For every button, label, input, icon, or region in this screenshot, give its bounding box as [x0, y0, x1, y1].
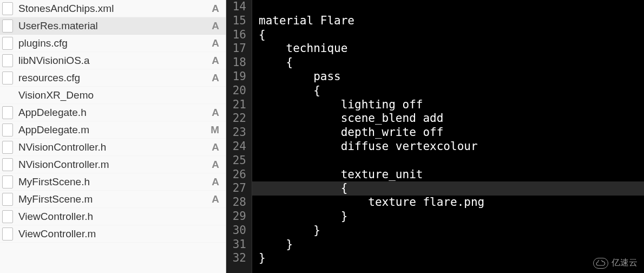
file-row[interactable]: ViewController.m — [0, 225, 226, 243]
file-icon — [2, 176, 13, 188]
file-row[interactable]: NVisionController.mA — [0, 156, 226, 173]
file-name: AppDelegate.h — [18, 107, 209, 119]
file-icon — [2, 20, 13, 32]
line-number: 22 — [229, 112, 246, 126]
file-row[interactable]: plugins.cfgA — [0, 35, 226, 52]
code-line[interactable]: } — [259, 210, 644, 224]
line-number: 21 — [229, 98, 246, 112]
line-number: 26 — [229, 168, 246, 182]
file-row[interactable]: AppDelegate.mM — [0, 121, 226, 139]
file-navigator: StonesAndChips.xmlAUserRes.materialAplug… — [0, 0, 226, 273]
file-status: A — [209, 159, 219, 171]
file-name: StonesAndChips.xml — [18, 3, 209, 15]
watermark: 亿速云 — [593, 257, 638, 269]
file-row[interactable]: ViewController.h — [0, 208, 226, 225]
file-name: resources.cfg — [18, 72, 209, 84]
file-status: A — [209, 107, 219, 119]
code-line[interactable]: } — [259, 251, 644, 265]
file-name: ViewController.m — [18, 228, 209, 240]
line-number: 14 — [229, 0, 246, 14]
file-status: A — [209, 141, 219, 153]
file-name: MyFirstScene.h — [18, 176, 209, 188]
file-row[interactable]: MyFirstScene.hA — [0, 173, 226, 191]
file-status: A — [209, 3, 219, 15]
code-line[interactable]: material Flare — [259, 14, 644, 28]
file-icon — [2, 72, 13, 84]
line-number: 18 — [229, 56, 246, 70]
file-name: libNVisioniOS.a — [18, 55, 209, 67]
code-line[interactable]: lighting off — [259, 98, 644, 112]
file-icon — [2, 193, 13, 206]
line-number: 27 — [229, 181, 246, 196]
file-name: AppDelegate.m — [18, 124, 209, 136]
file-icon — [2, 227, 13, 240]
file-row[interactable]: VisionXR_Demo — [0, 87, 226, 104]
file-status: A — [209, 72, 219, 84]
code-line[interactable]: texture flare.png — [259, 196, 644, 210]
file-status: A — [209, 20, 219, 32]
file-row[interactable]: libNVisioniOS.aA — [0, 52, 226, 69]
code-line[interactable]: technique — [259, 42, 644, 56]
file-icon — [2, 158, 13, 171]
file-icon — [2, 37, 13, 50]
line-number: 19 — [229, 70, 246, 84]
file-row[interactable]: AppDelegate.hA — [0, 104, 226, 121]
file-row[interactable]: resources.cfgA — [0, 69, 226, 87]
file-name: NVisionController.m — [18, 159, 209, 171]
line-number: 15 — [229, 14, 246, 28]
code-line[interactable]: { — [252, 181, 644, 196]
code-editor[interactable]: 14151617181920212223242526272829303132 m… — [226, 0, 644, 273]
code-line[interactable]: { — [259, 56, 644, 70]
file-name: UserRes.material — [18, 20, 209, 32]
file-row[interactable]: UserRes.materialA — [0, 17, 226, 35]
file-name: VisionXR_Demo — [18, 89, 209, 101]
line-number: 31 — [229, 238, 246, 252]
code-line[interactable]: pass — [259, 70, 644, 84]
file-name: ViewController.h — [18, 211, 209, 223]
code-line[interactable]: scene_blend add — [259, 112, 644, 126]
line-number: 24 — [229, 140, 246, 154]
code-line[interactable]: { — [259, 28, 644, 42]
file-icon — [2, 141, 13, 154]
file-row[interactable]: NVisionController.hA — [0, 139, 226, 156]
file-icon — [2, 54, 13, 67]
file-icon — [2, 210, 13, 223]
line-number: 25 — [229, 154, 246, 168]
file-icon — [2, 106, 13, 119]
line-gutter: 14151617181920212223242526272829303132 — [226, 0, 252, 273]
code-line[interactable] — [259, 0, 644, 14]
file-icon — [2, 2, 13, 15]
code-line[interactable]: texture_unit — [259, 168, 644, 182]
line-number: 17 — [229, 42, 246, 56]
code-line[interactable]: { — [259, 84, 644, 98]
code-line[interactable]: depth_write off — [259, 126, 644, 140]
file-status: M — [209, 124, 219, 136]
cloud-icon — [593, 258, 608, 269]
file-icon — [2, 123, 13, 136]
code-line[interactable] — [259, 154, 644, 168]
file-name: plugins.cfg — [18, 37, 209, 49]
line-number: 30 — [229, 224, 246, 238]
file-status: A — [209, 193, 219, 205]
line-number: 29 — [229, 210, 246, 224]
file-status: A — [209, 37, 219, 49]
file-row[interactable]: MyFirstScene.mA — [0, 191, 226, 208]
line-number: 16 — [229, 28, 246, 42]
file-status: A — [209, 55, 219, 67]
file-name: MyFirstScene.m — [18, 193, 209, 205]
file-status: A — [209, 176, 219, 188]
line-number: 20 — [229, 84, 246, 98]
line-number: 32 — [229, 251, 246, 265]
code-line[interactable]: } — [259, 238, 644, 252]
file-row[interactable]: StonesAndChips.xmlA — [0, 0, 226, 17]
code-line[interactable]: } — [259, 224, 644, 238]
code-line[interactable]: diffuse vertexcolour — [259, 140, 644, 154]
code-content[interactable]: material Flare{ technique { pass { light… — [252, 0, 644, 273]
line-number: 23 — [229, 126, 246, 140]
watermark-text: 亿速云 — [612, 257, 638, 269]
file-name: NVisionController.h — [18, 141, 209, 153]
line-number: 28 — [229, 196, 246, 210]
